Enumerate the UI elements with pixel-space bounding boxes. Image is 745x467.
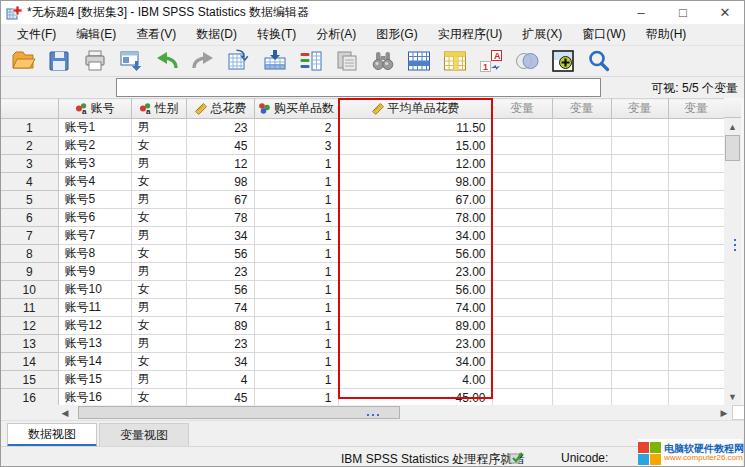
save-icon[interactable]	[45, 48, 72, 75]
cell[interactable]: 男	[131, 263, 186, 281]
cell[interactable]	[611, 119, 668, 137]
close-button[interactable]: ✕	[704, 1, 745, 24]
cell[interactable]: 账号6	[58, 209, 131, 227]
row-number[interactable]: 4	[1, 173, 58, 191]
show-all-variables-icon[interactable]	[549, 48, 576, 75]
cell[interactable]: 女	[131, 245, 186, 263]
cell[interactable]: 45.00	[338, 389, 492, 406]
row-number[interactable]: 15	[1, 371, 58, 389]
cell[interactable]	[611, 191, 668, 209]
cell[interactable]: 账号9	[58, 263, 131, 281]
cell[interactable]: 1	[254, 191, 338, 209]
cell[interactable]	[492, 353, 552, 371]
scroll-left-icon[interactable]: ◀	[58, 405, 72, 420]
cell[interactable]	[492, 263, 552, 281]
cell[interactable]	[611, 137, 668, 155]
horizontal-scrollbar[interactable]: ◀ ▶	[1, 405, 745, 420]
cell[interactable]	[611, 245, 668, 263]
cell[interactable]	[668, 281, 724, 299]
scroll-down-icon[interactable]: ▼	[724, 389, 741, 404]
column-header-empty[interactable]: 变量	[611, 99, 668, 119]
row-number[interactable]: 5	[1, 191, 58, 209]
cell[interactable]	[492, 317, 552, 335]
tab-data-view[interactable]: 数据视图	[7, 423, 97, 447]
menu-view[interactable]: 查看(V)	[126, 23, 186, 46]
vertical-scrollbar[interactable]: ▲ ▼	[724, 98, 741, 405]
cell[interactable]: 1	[254, 263, 338, 281]
cell[interactable]: 74.00	[338, 299, 492, 317]
cell[interactable]: 1	[254, 371, 338, 389]
cell[interactable]	[668, 335, 724, 353]
cell[interactable]	[492, 173, 552, 191]
cell[interactable]	[611, 173, 668, 191]
cell[interactable]	[552, 353, 611, 371]
menu-analyze[interactable]: 分析(A)	[306, 23, 366, 46]
row-number[interactable]: 9	[1, 263, 58, 281]
value-labels-icon[interactable]: A1	[477, 48, 504, 75]
cell[interactable]	[668, 389, 724, 406]
cell[interactable]	[552, 137, 611, 155]
cell[interactable]: 账号13	[58, 335, 131, 353]
cell[interactable]	[668, 119, 724, 137]
cell[interactable]: 3	[254, 137, 338, 155]
menu-help[interactable]: 帮助(H)	[636, 23, 697, 46]
minimize-button[interactable]: –	[620, 1, 662, 24]
cell[interactable]	[611, 263, 668, 281]
row-number[interactable]: 8	[1, 245, 58, 263]
cell[interactable]: 1	[254, 281, 338, 299]
cell[interactable]: 男	[131, 335, 186, 353]
cell[interactable]	[611, 389, 668, 406]
cell[interactable]	[552, 119, 611, 137]
cell[interactable]: 4.00	[338, 371, 492, 389]
cell[interactable]: 1	[254, 209, 338, 227]
cell[interactable]	[668, 227, 724, 245]
cell[interactable]: 34	[186, 227, 254, 245]
cell[interactable]	[552, 335, 611, 353]
cell[interactable]: 67	[186, 191, 254, 209]
cell[interactable]	[668, 155, 724, 173]
column-header-account[interactable]: a 账号	[58, 99, 131, 119]
cell[interactable]: 账号12	[58, 317, 131, 335]
cell[interactable]: 4	[186, 371, 254, 389]
cell[interactable]: 1	[254, 245, 338, 263]
cell[interactable]	[552, 173, 611, 191]
cell[interactable]: 74	[186, 299, 254, 317]
cell[interactable]: 34.00	[338, 353, 492, 371]
find-icon[interactable]	[369, 48, 396, 75]
cell[interactable]: 2	[254, 119, 338, 137]
cell[interactable]: 12	[186, 155, 254, 173]
cell[interactable]: 账号1	[58, 119, 131, 137]
variables-icon[interactable]	[297, 48, 324, 75]
column-header-empty[interactable]: 变量	[668, 99, 724, 119]
cell[interactable]	[492, 299, 552, 317]
cell[interactable]: 女	[131, 137, 186, 155]
cell[interactable]: 1	[254, 155, 338, 173]
cell[interactable]: 56	[186, 245, 254, 263]
scroll-right-icon[interactable]: ▶	[717, 405, 731, 420]
tab-variable-view[interactable]: 变量视图	[99, 423, 189, 447]
cell[interactable]: 89.00	[338, 317, 492, 335]
cell[interactable]: 账号8	[58, 245, 131, 263]
cell[interactable]	[492, 389, 552, 406]
cell[interactable]	[552, 371, 611, 389]
cell[interactable]	[552, 227, 611, 245]
menu-transform[interactable]: 转换(T)	[247, 23, 306, 46]
cell[interactable]: 1	[254, 353, 338, 371]
goto-variable-icon[interactable]	[261, 48, 288, 75]
descriptives-icon[interactable]	[333, 48, 360, 75]
cell[interactable]	[611, 227, 668, 245]
open-data-icon[interactable]	[9, 48, 36, 75]
column-header-total-spend[interactable]: 总花费	[186, 99, 254, 119]
cell[interactable]	[492, 155, 552, 173]
cell[interactable]: 1	[254, 389, 338, 406]
row-number[interactable]: 11	[1, 299, 58, 317]
cell[interactable]	[492, 245, 552, 263]
cell[interactable]	[668, 137, 724, 155]
cell[interactable]: 账号15	[58, 371, 131, 389]
cell[interactable]: 1	[254, 173, 338, 191]
cell[interactable]: 男	[131, 299, 186, 317]
menu-data[interactable]: 数据(D)	[186, 23, 247, 46]
row-number[interactable]: 13	[1, 335, 58, 353]
cell[interactable]: 男	[131, 119, 186, 137]
cell[interactable]	[668, 209, 724, 227]
